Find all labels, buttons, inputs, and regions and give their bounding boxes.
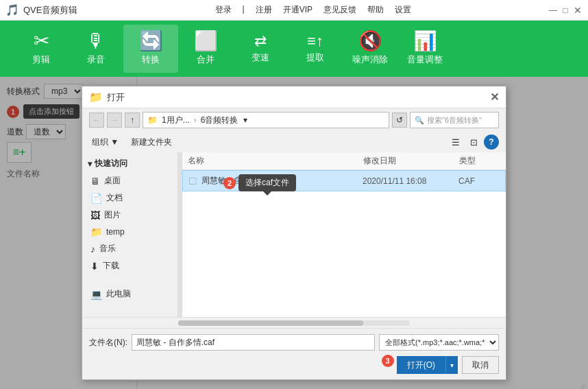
annotation-badge-3: 3	[382, 355, 394, 367]
tool-record[interactable]: 🎙 录音	[69, 25, 123, 73]
dialog-title-left: 📁 打开	[89, 91, 125, 104]
tool-merge[interactable]: ⬜ 合并	[178, 25, 233, 73]
tool-convert[interactable]: 🔄 转换	[123, 25, 178, 73]
downloads-icon: ⬇	[90, 261, 99, 272]
dialog-bottom: 文件名(N): 全部格式(*.mp3;*.aac;*.wma;* 3 打开(O)…	[82, 328, 506, 379]
tool-cut[interactable]: ✂ 剪辑	[14, 25, 69, 73]
dialog-titlebar: 📁 打开 ✕	[82, 86, 506, 108]
organize-button[interactable]: 组织 ▼	[89, 135, 121, 150]
new-folder-button[interactable]: 新建文件夹	[127, 135, 176, 150]
file-dialog: 📁 打开 ✕ ← → ↑ 📁 1用户... › 6音频转换 ▾ ↺	[82, 86, 506, 380]
search-icon: 🔍	[415, 116, 424, 125]
dialog-overlay: 📁 打开 ✕ ← → ↑ 📁 1用户... › 6音频转换 ▾ ↺	[0, 77, 588, 389]
sidebar-item-pictures-label: 图片	[104, 209, 121, 221]
sidebar-container: ▾ 快速访问 🖥 桌面 📄 文档 🖼 图片	[82, 152, 182, 317]
menu-vip[interactable]: 开通VIP	[283, 4, 313, 16]
sidebar-item-desktop-label: 桌面	[104, 175, 121, 187]
sidebar-item-computer[interactable]: 💻 此电脑	[82, 285, 177, 303]
dialog-bottom-row1: 文件名(N): 全部格式(*.mp3;*.aac;*.wma;*	[89, 334, 499, 351]
menu-sep1: |	[243, 4, 245, 16]
music-icon: ♪	[90, 244, 95, 255]
nav-refresh-button[interactable]: ↺	[392, 113, 407, 128]
col-header-type[interactable]: 类型	[459, 155, 500, 167]
view-preview-button[interactable]: ⊡	[466, 134, 481, 150]
app-icon: 🎵	[5, 3, 19, 16]
tool-denoise[interactable]: 🔇 噪声消除	[343, 25, 397, 73]
dialog-close-button[interactable]: ✕	[490, 91, 499, 104]
maximize-button[interactable]: □	[561, 5, 570, 15]
app-title: QVE音频剪辑	[23, 4, 77, 16]
open-button[interactable]: 打开(O)	[397, 356, 445, 374]
menu-feedback[interactable]: 意见反馈	[323, 4, 356, 16]
nav-up-button[interactable]: ↑	[125, 113, 140, 128]
open-button-group: 3 打开(O) ▾	[397, 356, 458, 374]
horizontal-scrollbar[interactable]	[82, 317, 506, 328]
denoise-icon: 🔇	[358, 32, 382, 51]
cut-icon: ✂	[34, 32, 49, 51]
scrollbar-thumb[interactable]	[178, 320, 363, 326]
tool-record-label: 录音	[87, 54, 105, 66]
close-button[interactable]: ✕	[573, 5, 583, 15]
sidebar-spacer	[82, 274, 177, 285]
window-controls: — □ ✕	[548, 5, 583, 15]
tool-convert-label: 转换	[142, 54, 160, 66]
filetype-select[interactable]: 全部格式(*.mp3;*.aac;*.wma;*	[379, 334, 499, 351]
search-placeholder: 搜索"6音频转换"	[427, 115, 482, 126]
quick-access-header: ▾ 快速访问	[82, 155, 177, 172]
sidebar-item-temp-label: temp	[106, 227, 125, 237]
sidebar-item-music[interactable]: ♪ 音乐	[82, 240, 177, 257]
speed-icon: ⇄	[254, 34, 267, 49]
breadcrumb-folder-icon: 📁	[147, 115, 158, 125]
view-details-button[interactable]: ☰	[448, 134, 463, 150]
tool-volume[interactable]: 📊 音量调整	[397, 25, 452, 73]
new-folder-label: 新建文件夹	[131, 137, 172, 147]
tool-extract[interactable]: ≡↑ 提取	[288, 25, 343, 73]
dialog-body: ▾ 快速访问 🖥 桌面 📄 文档 🖼 图片	[82, 152, 506, 317]
menu-login[interactable]: 登录	[215, 4, 232, 16]
pictures-icon: 🖼	[90, 210, 100, 221]
sidebar-item-temp[interactable]: 📁 temp	[82, 224, 177, 240]
main-area: 转换格式 mp3 1 点击添加按钮 道数 道数 ≡+ 文件名称 📁	[0, 77, 588, 389]
menu-register[interactable]: 注册	[256, 4, 272, 16]
tool-speed[interactable]: ⇄ 变速	[233, 25, 288, 73]
filename-input[interactable]	[132, 334, 375, 351]
dialog-navbar: ← → ↑ 📁 1用户... › 6音频转换 ▾ ↺ 🔍 搜索"6音频转换"	[82, 108, 506, 132]
col-header-name[interactable]: 名称	[188, 155, 363, 167]
tool-cut-label: 剪辑	[32, 54, 50, 66]
main-toolbar: ✂ 剪辑 🎙 录音 🔄 转换 ⬜ 合并 ⇄ 变速 ≡↑ 提取 🔇 噪声消除 📊 …	[0, 21, 588, 77]
temp-folder-icon: 📁	[90, 226, 102, 237]
breadcrumb-dropdown[interactable]: ▾	[243, 115, 247, 125]
help-button[interactable]: ?	[484, 134, 499, 150]
sidebar-item-desktop[interactable]: 🖥 桌面	[82, 172, 177, 189]
tool-speed-label: 变速	[252, 51, 269, 64]
search-box[interactable]: 🔍 搜索"6音频转换"	[410, 112, 499, 128]
menu-help[interactable]: 帮助	[367, 4, 384, 16]
cancel-button[interactable]: 取消	[462, 356, 499, 374]
minimize-button[interactable]: —	[548, 5, 558, 15]
resize-handle[interactable]: ⊿	[580, 381, 587, 388]
tool-volume-label: 音量调整	[407, 54, 443, 66]
dialog-toolbar-left: 组织 ▼ 新建文件夹	[89, 135, 176, 150]
sidebar-item-documents[interactable]: 📄 文档	[82, 189, 177, 207]
nav-back-button[interactable]: ←	[89, 113, 104, 128]
titlebar-left: 🎵 QVE音频剪辑	[5, 3, 77, 16]
col-header-date[interactable]: 修改日期	[363, 155, 459, 167]
tool-denoise-label: 噪声消除	[352, 54, 388, 66]
record-icon: 🎙	[86, 32, 106, 51]
open-dropdown-button[interactable]: ▾	[445, 356, 458, 374]
sidebar-item-music-label: 音乐	[99, 243, 116, 255]
file-item-icon: ☐	[188, 176, 197, 187]
annotation-badge-2: 2	[223, 177, 236, 189]
sidebar-item-downloads[interactable]: ⬇ 下载	[82, 257, 177, 274]
annotation2-container: 2 选择caf文件	[223, 174, 296, 191]
menu-settings[interactable]: 设置	[395, 4, 411, 16]
sidebar-item-computer-label: 此电脑	[106, 288, 131, 300]
nav-forward-button[interactable]: →	[107, 113, 122, 128]
quick-access-label: 快速访问	[95, 158, 127, 169]
documents-icon: 📄	[90, 193, 102, 204]
select-caf-hint: 选择caf文件	[238, 174, 296, 191]
sidebar-item-pictures[interactable]: 🖼 图片	[82, 207, 177, 224]
breadcrumb-bar[interactable]: 📁 1用户... › 6音频转换 ▾	[143, 112, 389, 128]
dialog-toolbar: 组织 ▼ 新建文件夹 ☰ ⊡ ?	[82, 132, 506, 152]
dialog-folder-icon: 📁	[89, 91, 103, 104]
